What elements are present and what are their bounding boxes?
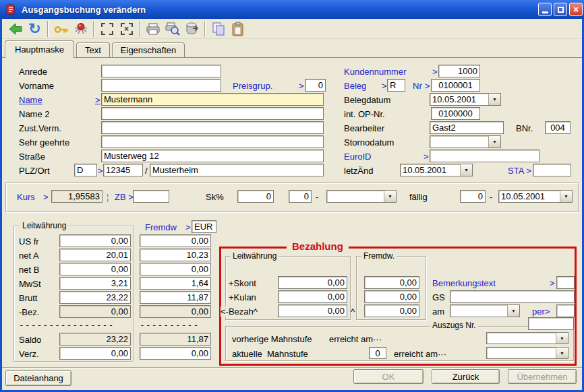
close-button[interactable]: × — [569, 3, 583, 16]
name2-input[interactable] — [101, 107, 324, 120]
kurs-label[interactable]: Kurs — [17, 192, 35, 202]
skont-fremd-input[interactable] — [364, 276, 419, 289]
bemerkungstext-input[interactable] — [556, 276, 575, 289]
auszug-input[interactable] — [528, 317, 574, 330]
brutt-leit-input[interactable] — [59, 291, 131, 304]
dropdown-arrow-icon[interactable]: ▼ — [560, 191, 572, 202]
euroid-label[interactable]: EuroID — [344, 152, 371, 162]
dateianhang-button[interactable]: Dateianhang — [5, 370, 71, 386]
clear-selection-icon[interactable]: × — [117, 20, 136, 38]
kulan-fremd-input[interactable] — [364, 290, 419, 303]
beleg-input[interactable] — [387, 79, 405, 92]
zahl2-input[interactable] — [460, 190, 486, 203]
tab-text[interactable]: Text — [76, 42, 110, 57]
am-dropdown[interactable]: ▼ — [450, 304, 520, 317]
kulan-leit-input[interactable] — [278, 290, 347, 303]
dropdown-arrow-icon[interactable]: ▼ — [556, 333, 568, 344]
aktuelle-erreicht-dropdown[interactable]: ▼ — [486, 347, 568, 359]
paste-icon[interactable] — [229, 20, 247, 38]
zurueck-button[interactable]: Zurück — [432, 369, 500, 384]
gs-input[interactable] — [450, 290, 575, 303]
bnr-input[interactable] — [545, 121, 571, 134]
ok-button[interactable]: OK — [353, 369, 424, 384]
opnr-input[interactable] — [431, 107, 480, 120]
print-preview-icon[interactable] — [163, 20, 181, 38]
verz-fremd-input[interactable] — [140, 347, 211, 360]
bemerkungstext-label[interactable]: Bemerkungstext — [432, 278, 496, 288]
preisgrup-input[interactable] — [305, 79, 326, 92]
sehrgeehrte-input[interactable] — [101, 135, 324, 148]
bearbeiter-input[interactable] — [430, 121, 504, 134]
kundennummer-label[interactable]: Kundennummer — [344, 67, 407, 77]
saldo-fremd-input[interactable] — [140, 333, 211, 346]
zb-label[interactable]: ZB > — [115, 192, 134, 202]
netb-leit-input[interactable] — [59, 263, 131, 275]
zustverm-input[interactable] — [101, 121, 324, 134]
plz-input[interactable] — [103, 164, 143, 176]
euroid-input[interactable] — [430, 150, 539, 162]
skont-leit-input[interactable] — [278, 276, 347, 289]
select-area-icon[interactable] — [98, 20, 116, 38]
mwst-fremd-input[interactable] — [140, 277, 211, 290]
name-link[interactable]: Name — [19, 95, 42, 105]
print-icon[interactable] — [144, 20, 162, 38]
sta-input[interactable] — [533, 164, 571, 176]
run-icon[interactable] — [71, 20, 90, 38]
back-icon[interactable] — [6, 20, 24, 38]
stornodatum-dropdown[interactable]: ▼ — [430, 135, 501, 148]
vorname-input[interactable] — [101, 79, 221, 92]
ziel2-dropdown[interactable]: 10.05.2001 ▼ — [498, 190, 573, 203]
export-database-icon[interactable] — [183, 20, 201, 38]
anrede-input[interactable] — [101, 65, 221, 77]
mahnstufe-input[interactable] — [369, 347, 386, 359]
neta-leit-input[interactable] — [59, 249, 131, 261]
dropdown-arrow-icon[interactable]: ▼ — [488, 94, 500, 105]
neta-fremd-input[interactable] — [140, 249, 211, 261]
land-input[interactable] — [74, 164, 97, 176]
belegdatum-dropdown[interactable]: 10.05.2001 ▼ — [430, 93, 501, 106]
brutt-fremd-input[interactable] — [140, 291, 211, 304]
ziel1-dropdown[interactable]: ▼ — [326, 190, 397, 203]
beleg-label[interactable]: Beleg — [344, 81, 366, 91]
minimize-button[interactable] — [538, 3, 552, 16]
zb-input[interactable] — [133, 190, 169, 203]
ort-input[interactable] — [150, 164, 324, 176]
key-icon[interactable] — [52, 20, 70, 38]
dropdown-arrow-icon[interactable]: ▼ — [488, 136, 500, 148]
netb-fremd-input[interactable] — [140, 263, 211, 275]
bezah-leit-input[interactable] — [278, 304, 347, 317]
kundennummer-input[interactable] — [438, 65, 480, 77]
dropdown-arrow-icon[interactable]: ▼ — [460, 164, 472, 176]
fremdw-label[interactable]: Fremdw — [145, 222, 177, 232]
fremdw-input[interactable] — [192, 220, 216, 233]
dropdown-arrow-icon[interactable]: ▼ — [384, 191, 396, 202]
dropdown-arrow-icon[interactable]: ▼ — [556, 348, 568, 358]
per-input[interactable] — [556, 304, 575, 317]
bez-fremd-input[interactable] — [140, 305, 211, 318]
usfr-leit-input[interactable] — [59, 234, 131, 247]
verz-leit-input[interactable] — [59, 347, 131, 360]
zahl1-input[interactable] — [289, 190, 312, 203]
refresh-icon[interactable]: ↻ — [26, 20, 44, 38]
tab-eigenschaften[interactable]: Eigenschaften — [112, 42, 185, 57]
letzaend-dropdown[interactable]: 10.05.2001 ▼ — [400, 164, 473, 176]
bez-leit-input[interactable] — [59, 305, 131, 318]
nr-input[interactable] — [431, 79, 480, 92]
per-label[interactable]: per> — [532, 306, 550, 317]
tab-hauptmaske[interactable]: Hauptmaske — [5, 40, 74, 58]
preisgrup-label[interactable]: Preisgrup. — [233, 81, 272, 91]
sk-input[interactable] — [237, 190, 274, 203]
uebernehmen-button[interactable]: Übernehmen — [508, 369, 577, 384]
mwst-leit-input[interactable] — [59, 277, 131, 290]
nr-label[interactable]: Nr — [413, 81, 422, 91]
usfr-fremd-input[interactable] — [140, 234, 211, 247]
dropdown-arrow-icon[interactable]: ▼ — [507, 305, 519, 317]
kurs-input[interactable] — [51, 190, 103, 203]
bezah-fremd-input[interactable] — [364, 304, 419, 317]
vorherige-erreicht-dropdown[interactable]: ▼ — [486, 332, 568, 344]
maximize-button[interactable] — [554, 3, 567, 16]
strasse-input[interactable] — [101, 150, 324, 162]
copy-icon[interactable] — [209, 20, 227, 38]
name-input[interactable] — [101, 93, 324, 106]
sta-label[interactable]: STA > — [508, 166, 531, 176]
